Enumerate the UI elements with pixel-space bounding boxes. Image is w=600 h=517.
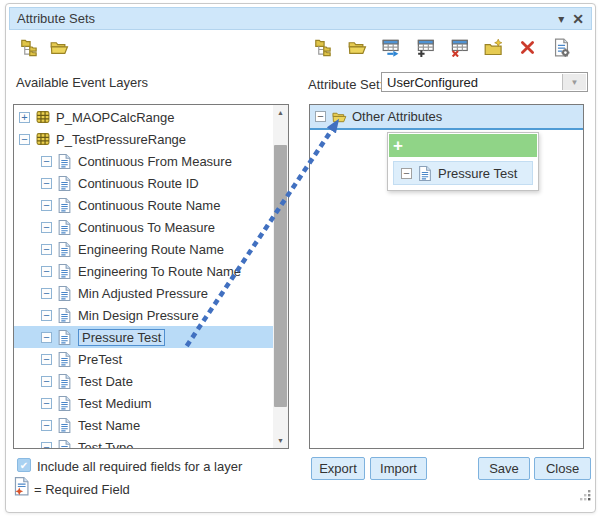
- left-panel-scrollbar[interactable]: ▲ ▼: [273, 105, 288, 448]
- collapse-icon[interactable]: −: [41, 420, 52, 431]
- tree-item-min-design-pressure[interactable]: −Min Design Pressure: [14, 304, 273, 326]
- field-icon: [58, 264, 73, 279]
- tree-item-label: Test Date: [78, 374, 133, 389]
- available-event-layers-label: Available Event Layers: [16, 75, 148, 90]
- collapse-icon[interactable]: −: [41, 244, 52, 255]
- tree-item-continuous-from-measure[interactable]: −Continuous From Measure: [14, 150, 273, 172]
- required-field-legend: = Required Field: [34, 482, 130, 497]
- tree-item-test-medium[interactable]: −Test Medium: [14, 392, 273, 414]
- add-layer-tree-button[interactable]: [18, 38, 40, 60]
- collapse-icon[interactable]: −: [41, 156, 52, 167]
- collapse-icon[interactable]: −: [41, 310, 52, 321]
- collapse-dialog-icon[interactable]: ▾: [558, 13, 564, 25]
- close-dialog-icon[interactable]: ✕: [572, 13, 584, 25]
- right-toolbar: [312, 38, 572, 60]
- field-icon: [58, 396, 73, 411]
- tree-item-continuous-to-measure[interactable]: −Continuous To Measure: [14, 216, 273, 238]
- tree-item-pressure-test[interactable]: −Pressure Test: [14, 326, 273, 348]
- left-toolbar: [18, 38, 70, 60]
- resize-grip[interactable]: [580, 487, 591, 505]
- field-icon: [58, 330, 73, 345]
- tree-item-p-testpressurerange[interactable]: −P_TestPressureRange: [14, 128, 273, 150]
- collapse-icon[interactable]: −: [41, 354, 52, 365]
- tree-item-label: Continuous Route Name: [78, 198, 220, 213]
- tree-item-label: Test Name: [78, 418, 140, 433]
- tree-item-label: P_TestPressureRange: [56, 132, 186, 147]
- drag-preview-label: Pressure Test: [438, 166, 517, 181]
- scroll-up-icon[interactable]: ▲: [273, 105, 288, 120]
- table-remove-icon: [450, 38, 469, 61]
- collapse-icon: −: [401, 168, 412, 179]
- attribute-set-label: Attribute Set:: [308, 77, 383, 92]
- tree-item-test-name[interactable]: −Test Name: [14, 414, 273, 436]
- tree-item-engineering-to-route-name[interactable]: −Engineering To Route Name: [14, 260, 273, 282]
- title-bar[interactable]: Attribute Sets ▾ ✕: [9, 7, 592, 30]
- table-remove-button[interactable]: [448, 38, 470, 60]
- attribute-set-value: UserConfigured: [387, 75, 478, 90]
- tree-item-pretest[interactable]: −PreTest: [14, 348, 273, 370]
- field-icon: [58, 220, 73, 235]
- field-document-icon: [418, 166, 433, 181]
- delete-attribute-set-button[interactable]: [516, 38, 538, 60]
- include-required-fields-checkbox[interactable]: ✔: [17, 458, 31, 472]
- scroll-down-icon[interactable]: ▼: [273, 433, 288, 448]
- collapse-icon[interactable]: −: [41, 398, 52, 409]
- dropdown-arrow-icon[interactable]: ▼: [562, 74, 586, 90]
- table-add-icon: [416, 38, 435, 61]
- collapse-icon[interactable]: −: [41, 288, 52, 299]
- tree-item-p-maopcalcrange[interactable]: +P_MAOPCalcRange: [14, 106, 273, 128]
- open-attribute-folder-icon: [348, 38, 367, 61]
- import-button[interactable]: Import: [370, 457, 427, 480]
- tree-item-min-adjusted-pressure[interactable]: −Min Adjusted Pressure: [14, 282, 273, 304]
- new-attribute-set-button[interactable]: [482, 38, 504, 60]
- table-add-button[interactable]: [414, 38, 436, 60]
- table-transfer-icon: [382, 38, 401, 61]
- open-layer-folder-button[interactable]: [48, 38, 70, 60]
- open-attribute-folder-button[interactable]: [346, 38, 368, 60]
- add-layer-tree-icon: [20, 38, 39, 61]
- close-button[interactable]: Close: [534, 457, 591, 480]
- plus-icon: +: [393, 137, 403, 154]
- field-icon: [58, 418, 73, 433]
- collapse-icon[interactable]: −: [41, 200, 52, 211]
- collapse-icon[interactable]: −: [41, 266, 52, 277]
- field-icon: [58, 440, 73, 450]
- attribute-set-panel: − Other Attributes + − Pressure Test: [309, 104, 584, 449]
- tree-item-engineering-route-name[interactable]: −Engineering Route Name: [14, 238, 273, 260]
- collapse-icon[interactable]: −: [41, 442, 52, 450]
- scrollbar-thumb[interactable]: [274, 145, 287, 407]
- tree-item-label: Min Design Pressure: [78, 308, 199, 323]
- other-attributes-row[interactable]: − Other Attributes: [310, 105, 583, 130]
- properties-document-icon: [552, 38, 571, 61]
- field-icon: [58, 198, 73, 213]
- table-transfer-button[interactable]: [380, 38, 402, 60]
- save-button[interactable]: Save: [478, 457, 530, 480]
- include-required-fields-label: Include all required fields for a layer: [37, 459, 242, 474]
- expand-icon[interactable]: +: [19, 112, 30, 123]
- field-icon: [58, 176, 73, 191]
- drop-target-indicator: +: [389, 134, 537, 157]
- dialog-title: Attribute Sets: [17, 11, 95, 26]
- add-attribute-tree-icon: [314, 38, 333, 61]
- drag-preview-item: − Pressure Test: [393, 161, 533, 185]
- collapse-icon[interactable]: −: [41, 222, 52, 233]
- collapse-icon[interactable]: −: [41, 376, 52, 387]
- tree-item-test-date[interactable]: −Test Date: [14, 370, 273, 392]
- collapse-icon[interactable]: −: [41, 178, 52, 189]
- layer-icon: [36, 110, 51, 125]
- tree-item-continuous-route-name[interactable]: −Continuous Route Name: [14, 194, 273, 216]
- tree-item-label: Continuous To Measure: [78, 220, 215, 235]
- export-button[interactable]: Export: [311, 457, 365, 480]
- collapse-icon[interactable]: −: [19, 134, 30, 145]
- attribute-set-properties-button[interactable]: [550, 38, 572, 60]
- collapse-icon[interactable]: −: [41, 332, 52, 343]
- attribute-set-dropdown[interactable]: UserConfigured ▼: [381, 72, 588, 92]
- tree-item-label: Pressure Test: [78, 329, 165, 346]
- tree-item-continuous-route-id[interactable]: −Continuous Route ID: [14, 172, 273, 194]
- tree-item-test-type[interactable]: −Test Type: [14, 436, 273, 449]
- collapse-icon[interactable]: −: [315, 111, 326, 122]
- add-attribute-tree-button[interactable]: [312, 38, 334, 60]
- new-attribute-set-folder-icon: [484, 38, 503, 61]
- tree-item-label: PreTest: [78, 352, 122, 367]
- event-layers-tree: +P_MAOPCalcRange−P_TestPressureRange−Con…: [14, 106, 273, 449]
